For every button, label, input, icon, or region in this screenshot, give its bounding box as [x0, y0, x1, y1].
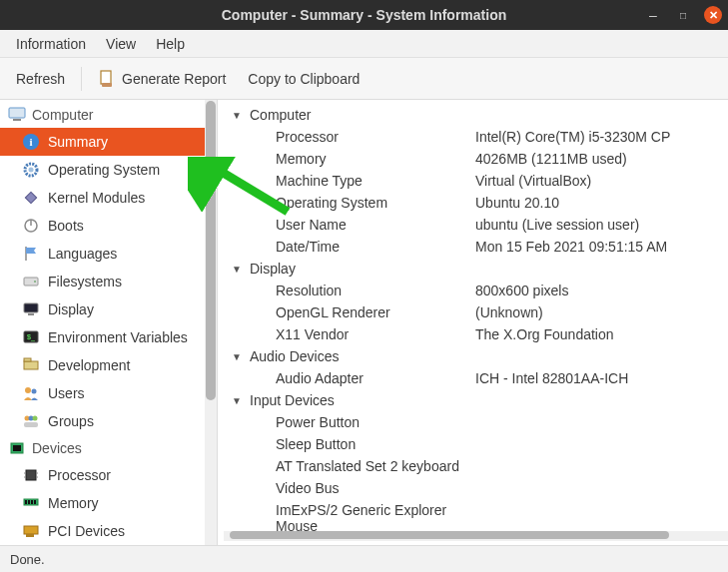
row-value: Mon 15 Feb 2021 09:51:15 AM	[475, 239, 728, 255]
statusbar: Done.	[0, 545, 728, 572]
row-key: Memory	[276, 151, 475, 167]
sidebar-item-users[interactable]: Users	[0, 379, 205, 407]
sidebar-item-label: Kernel Modules	[48, 190, 145, 206]
svg-rect-19	[24, 358, 31, 361]
dev-icon	[22, 356, 40, 374]
sidebar-item-development[interactable]: Development	[0, 351, 205, 379]
content-row[interactable]: Operating SystemUbuntu 20.10	[224, 192, 728, 214]
drive-icon	[22, 273, 40, 290]
content-row[interactable]: Audio AdapterICH - Intel 82801AA-ICH	[224, 367, 728, 389]
memory-icon	[22, 494, 40, 512]
row-key: Sleep Button	[276, 436, 475, 452]
content-group-header[interactable]: ▼Computer	[224, 104, 728, 126]
svg-rect-0	[101, 71, 111, 84]
content-row[interactable]: Resolution800x600 pixels	[224, 280, 728, 301]
content-h-scrollbar[interactable]	[224, 531, 728, 541]
sidebar-item-memory[interactable]: Memory	[0, 489, 205, 517]
sidebar-item-processor[interactable]: Processor	[0, 461, 205, 489]
content-row[interactable]: Power Button	[224, 411, 728, 433]
sidebar-item-label: Operating System	[48, 162, 160, 178]
sidebar-item-label: Development	[48, 357, 131, 373]
menu-help[interactable]: Help	[148, 32, 193, 56]
terminal-icon: $_	[22, 328, 40, 346]
content-row[interactable]: ProcessorIntel(R) Core(TM) i5-3230M CP	[224, 126, 728, 148]
cpu-icon	[22, 466, 40, 484]
sidebar-category-computer[interactable]: Computer	[0, 102, 205, 128]
content-group-header[interactable]: ▼Input Devices	[224, 389, 728, 411]
row-key: Resolution	[276, 283, 475, 298]
disclosure-triangle-icon: ▼	[232, 264, 244, 275]
groups-icon	[22, 412, 40, 430]
flag-icon	[22, 245, 40, 263]
row-value: The X.Org Foundation	[475, 326, 728, 342]
window-title: Computer - Summary - System Information	[8, 7, 720, 23]
group-title: Display	[250, 261, 296, 277]
maximize-button[interactable]: □	[674, 6, 692, 24]
content-row[interactable]: Date/TimeMon 15 Feb 2021 09:51:15 AM	[224, 236, 728, 258]
info-icon: i	[22, 133, 40, 151]
menu-information[interactable]: Information	[8, 32, 94, 56]
titlebar[interactable]: Computer - Summary - System Information …	[0, 0, 728, 30]
content-row[interactable]: AT Translated Set 2 keyboard	[224, 455, 728, 477]
group-title: Audio Devices	[250, 348, 340, 364]
sidebar-item-label: Users	[48, 385, 85, 401]
sidebar-item-pci[interactable]: PCI Devices	[0, 517, 205, 545]
row-key: Operating System	[276, 195, 475, 211]
sidebar-item-languages[interactable]: Languages	[0, 240, 205, 268]
row-value: Intel(R) Core(TM) i5-3230M CP	[475, 129, 728, 145]
toolbar: Refresh Generate Report Copy to Clipboar…	[0, 58, 728, 100]
row-key: Power Button	[276, 414, 475, 430]
content-row[interactable]: Machine TypeVirtual (VirtualBox)	[224, 170, 728, 192]
power-icon	[22, 217, 40, 235]
svg-rect-3	[13, 119, 21, 121]
svg-point-7	[29, 168, 34, 173]
svg-rect-28	[26, 470, 36, 480]
content-row[interactable]: X11 VendorThe X.Org Foundation	[224, 323, 728, 345]
content-row[interactable]: Sleep Button	[224, 433, 728, 455]
row-value: (Unknown)	[475, 304, 728, 320]
close-button[interactable]: ✕	[704, 6, 722, 24]
row-key: ImExPS/2 Generic Explorer Mouse	[276, 502, 475, 534]
row-key: OpenGL Renderer	[276, 304, 475, 320]
row-value	[475, 502, 728, 534]
svg-rect-8	[25, 192, 36, 203]
sidebar-scrollbar[interactable]	[205, 100, 217, 545]
content-row[interactable]: User Nameubuntu (Live session user)	[224, 214, 728, 236]
sidebar-item-boots[interactable]: Boots	[0, 212, 205, 240]
diamond-icon	[22, 189, 40, 207]
sidebar-category-devices[interactable]: Devices	[0, 435, 205, 461]
refresh-button[interactable]: Refresh	[10, 67, 71, 91]
chip-icon	[8, 439, 26, 457]
sidebar-item-env-vars[interactable]: $_ Environment Variables	[0, 323, 205, 351]
group-title: Computer	[250, 107, 311, 123]
svg-rect-2	[9, 108, 25, 118]
content-row[interactable]: OpenGL Renderer(Unknown)	[224, 301, 728, 323]
content-group-header[interactable]: ▼Audio Devices	[224, 345, 728, 367]
pci-icon	[22, 522, 40, 540]
row-value: ICH - Intel 82801AA-ICH	[475, 370, 728, 386]
svg-text:$_: $_	[27, 333, 35, 341]
sidebar-item-filesystems[interactable]: Filesystems	[0, 268, 205, 295]
sidebar-item-display[interactable]: Display	[0, 295, 205, 323]
svg-point-13	[34, 281, 36, 283]
row-value	[475, 436, 728, 452]
sidebar-item-operating-system[interactable]: Operating System	[0, 156, 205, 184]
sidebar-item-kernel-modules[interactable]: Kernel Modules	[0, 184, 205, 212]
menu-view[interactable]: View	[98, 32, 144, 56]
generate-report-button[interactable]: Generate Report	[92, 66, 232, 92]
content-row[interactable]: Video Bus	[224, 477, 728, 499]
sidebar-item-summary[interactable]: i Summary	[0, 128, 205, 156]
content-row[interactable]: Memory4026MB (1211MB used)	[224, 148, 728, 170]
display-icon	[22, 300, 40, 318]
row-value: 800x600 pixels	[475, 283, 728, 298]
sidebar-item-label: Boots	[48, 218, 84, 234]
svg-rect-14	[24, 303, 38, 312]
content-group-header[interactable]: ▼Display	[224, 258, 728, 280]
sidebar-item-label: Groups	[48, 413, 94, 429]
close-icon: ✕	[704, 6, 722, 24]
copy-clipboard-button[interactable]: Copy to Clipboard	[242, 67, 365, 91]
minimize-button[interactable]: –	[644, 6, 662, 24]
sidebar-item-groups[interactable]: Groups	[0, 407, 205, 435]
svg-point-20	[25, 387, 31, 393]
svg-rect-39	[26, 534, 34, 537]
